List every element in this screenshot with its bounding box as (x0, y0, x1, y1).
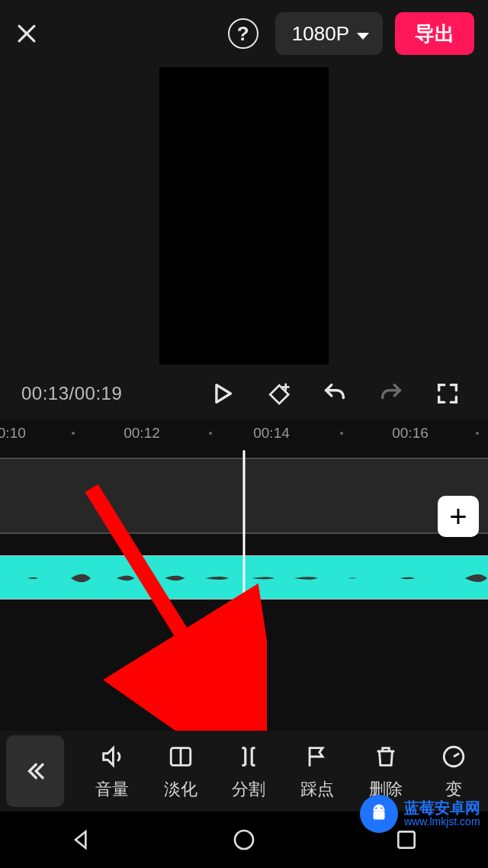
help-icon[interactable]: ? (228, 18, 258, 49)
nav-home-icon[interactable] (198, 828, 290, 852)
add-clip-button[interactable]: + (438, 496, 479, 537)
ruler-tick: 00:12 (124, 425, 160, 442)
watermark-title: 蓝莓安卓网 (404, 800, 480, 816)
keyframe-add-icon[interactable] (259, 375, 297, 413)
watermark-url: www.lmkjst.com (404, 816, 480, 828)
watermark: 蓝莓安卓网 www.lmkjst.com (360, 795, 480, 833)
svg-rect-17 (399, 831, 415, 847)
top-bar: ? 1080P 导出 (0, 0, 488, 67)
ruler-dot (209, 432, 212, 435)
split-icon (233, 741, 264, 772)
video-editor-screen: ? 1080P 导出 00:13/00:19 (0, 0, 488, 868)
tool-label: 分割 (232, 778, 265, 801)
chevron-down-icon (357, 22, 369, 46)
timecode: 00:13/00:19 (21, 383, 122, 404)
preview-canvas (159, 67, 329, 365)
collapse-tools-button[interactable] (6, 735, 64, 807)
speed-icon (438, 741, 469, 772)
nav-back-icon[interactable] (36, 828, 127, 852)
playhead[interactable] (243, 450, 246, 725)
svg-marker-2 (357, 33, 369, 40)
flag-icon (302, 741, 332, 772)
ruler-tick: 00:10 (0, 425, 26, 442)
ruler-dot (476, 432, 479, 435)
svg-rect-18 (374, 811, 385, 819)
undo-icon[interactable] (316, 375, 354, 413)
preview-area[interactable] (0, 67, 488, 365)
tool-delete[interactable]: 删除 (352, 741, 420, 801)
export-label: 导出 (415, 21, 454, 47)
ruler-tick: 00:16 (392, 425, 429, 442)
redo-icon[interactable] (372, 375, 410, 413)
current-time: 00:13 (21, 383, 69, 403)
tool-split[interactable]: 分割 (214, 741, 283, 801)
trash-icon (371, 741, 401, 772)
fullscreen-icon[interactable] (429, 375, 467, 413)
tool-label: 踩点 (300, 778, 334, 801)
tool-label: 淡化 (164, 778, 197, 801)
svg-marker-11 (103, 748, 113, 766)
android-icon (360, 795, 398, 833)
svg-point-20 (381, 807, 383, 809)
time-ruler[interactable]: 00:10 00:12 00:14 00:16 (0, 420, 488, 447)
svg-marker-15 (75, 831, 85, 847)
play-icon[interactable] (203, 375, 241, 413)
tool-beat[interactable]: 踩点 (283, 741, 352, 801)
ruler-dot (340, 432, 343, 435)
tool-speed[interactable]: 变 (419, 741, 488, 801)
close-icon[interactable] (14, 21, 40, 47)
plus-icon: + (449, 500, 467, 534)
tool-list[interactable]: 音量 淡化 分割 踩点 (64, 741, 488, 801)
tool-fade[interactable]: 淡化 (146, 741, 215, 801)
resolution-select[interactable]: 1080P (275, 12, 383, 55)
ruler-tick: 00:14 (253, 425, 290, 442)
timeline[interactable]: 00:10 00:12 00:14 00:16 + (0, 420, 488, 731)
fade-icon (165, 741, 196, 772)
total-time: 00:19 (75, 383, 123, 403)
svg-point-16 (235, 831, 253, 849)
ruler-dot (72, 432, 75, 435)
svg-marker-3 (217, 385, 230, 403)
tool-label: 音量 (95, 778, 129, 801)
export-button[interactable]: 导出 (395, 12, 474, 55)
resolution-label: 1080P (292, 22, 349, 46)
svg-point-19 (375, 807, 377, 809)
transport-bar: 00:13/00:19 (0, 372, 488, 415)
volume-icon (97, 741, 127, 772)
tool-volume[interactable]: 音量 (78, 741, 146, 801)
